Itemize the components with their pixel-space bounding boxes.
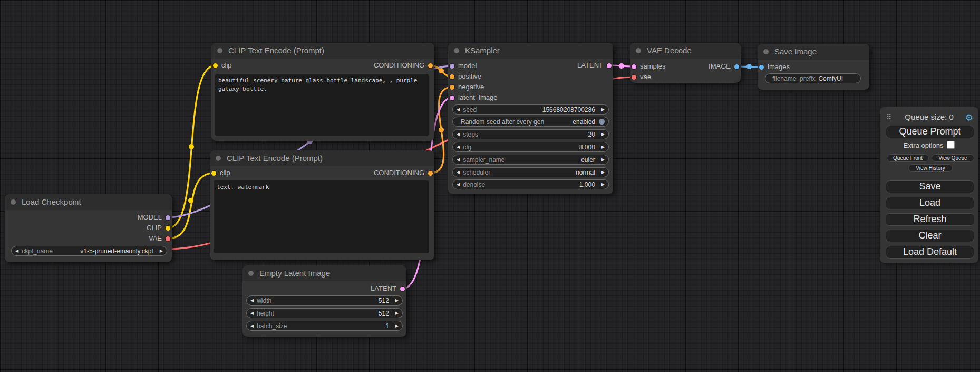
arrow-right-icon[interactable]: ▶ bbox=[395, 324, 399, 328]
sampler-name-widget[interactable]: ◀ sampler_name euler ▶ bbox=[452, 155, 609, 165]
arrow-right-icon[interactable]: ▶ bbox=[601, 145, 605, 149]
input-slot-negative: negative bbox=[448, 82, 613, 92]
arrow-left-icon[interactable]: ◀ bbox=[457, 145, 460, 149]
prompt-textarea[interactable]: text, watermark bbox=[214, 180, 429, 253]
random-seed-toggle-widget[interactable]: Random seed after every gen enabled bbox=[452, 117, 609, 127]
images-input-port[interactable] bbox=[759, 65, 764, 70]
output-slot-vae: VAE bbox=[5, 233, 172, 244]
height-widget[interactable]: ◀ height 512 ▶ bbox=[246, 308, 403, 318]
positive-input-port[interactable] bbox=[450, 74, 454, 79]
clip-output-port[interactable] bbox=[166, 226, 170, 231]
negative-input-port[interactable] bbox=[450, 85, 454, 90]
output-slot-model: MODEL bbox=[5, 212, 172, 223]
width-widget[interactable]: ◀ width 512 ▶ bbox=[246, 295, 403, 306]
batch-size-widget[interactable]: ◀ batch_size 1 ▶ bbox=[246, 321, 403, 331]
workflow-canvas[interactable]: Load Checkpoint MODEL CLIP VAE ◀ ckpt_na… bbox=[0, 0, 980, 372]
load-default-button[interactable]: Load Default bbox=[886, 246, 974, 259]
output-slot-image: IMAGE bbox=[630, 61, 741, 72]
node-title-bar[interactable]: Empty Latent Image bbox=[242, 265, 406, 281]
arrow-left-icon[interactable]: ◀ bbox=[250, 299, 254, 303]
latent-output-port[interactable] bbox=[400, 287, 405, 291]
arrow-left-icon[interactable]: ◀ bbox=[457, 158, 460, 162]
arrow-right-icon[interactable]: ▶ bbox=[601, 183, 605, 187]
node-save-image[interactable]: Save Image images filename_prefix ComfyU… bbox=[758, 44, 869, 90]
node-title-bar[interactable]: KSampler bbox=[448, 43, 613, 59]
arrow-right-icon[interactable]: ▶ bbox=[395, 311, 399, 316]
collapse-dot-icon[interactable] bbox=[217, 48, 222, 53]
node-clip-text-encode-negative[interactable]: CLIP Text Encode (Prompt) clip CONDITION… bbox=[210, 150, 434, 260]
link-dot bbox=[439, 68, 444, 73]
node-title: VAE Decode bbox=[647, 43, 692, 59]
collapse-dot-icon[interactable] bbox=[763, 49, 769, 54]
arrow-right-icon[interactable]: ▶ bbox=[395, 299, 399, 303]
arrow-right-icon[interactable]: ▶ bbox=[601, 108, 605, 112]
conditioning-output-port[interactable] bbox=[428, 63, 433, 68]
link-dot bbox=[619, 63, 624, 69]
arrow-right-icon[interactable]: ▶ bbox=[601, 170, 605, 175]
arrow-right-icon[interactable]: ▶ bbox=[601, 132, 605, 137]
latent-image-input-port[interactable] bbox=[450, 96, 454, 100]
node-ksampler[interactable]: KSampler model positive negative latent_… bbox=[448, 43, 613, 194]
image-output-port[interactable] bbox=[734, 64, 739, 69]
scheduler-widget[interactable]: ◀ scheduler normal ▶ bbox=[452, 167, 609, 177]
queue-prompt-button[interactable]: Queue Prompt bbox=[886, 126, 974, 138]
wire-clip-to-negative-prompt bbox=[168, 173, 214, 239]
view-queue-button[interactable]: View Queue bbox=[932, 154, 974, 162]
vae-output-port[interactable] bbox=[166, 236, 170, 241]
queue-front-button[interactable]: Queue Front bbox=[887, 154, 929, 162]
arrow-left-icon[interactable]: ◀ bbox=[250, 324, 254, 328]
node-title-bar[interactable]: VAE Decode bbox=[630, 43, 741, 59]
load-button[interactable]: Load bbox=[886, 197, 974, 209]
collapse-dot-icon[interactable] bbox=[636, 48, 641, 53]
node-title-bar[interactable]: Load Checkpoint bbox=[5, 194, 172, 210]
node-title-bar[interactable]: CLIP Text Encode (Prompt) bbox=[211, 43, 434, 59]
collapse-dot-icon[interactable] bbox=[454, 48, 459, 53]
node-empty-latent-image[interactable]: Empty Latent Image LATENT ◀ width 512 ▶ … bbox=[242, 265, 406, 337]
toggle-on-icon[interactable] bbox=[599, 119, 605, 125]
denoise-widget[interactable]: ◀ denoise 1.000 ▶ bbox=[452, 179, 609, 189]
node-vae-decode[interactable]: VAE Decode samples vae IMAGE bbox=[630, 43, 741, 83]
arrow-left-icon[interactable]: ◀ bbox=[250, 311, 254, 316]
node-title: Empty Latent Image bbox=[259, 265, 330, 281]
conditioning-output-port[interactable] bbox=[428, 171, 433, 176]
link-dot bbox=[439, 127, 444, 132]
view-history-button[interactable]: View History bbox=[908, 164, 953, 172]
filename-prefix-widget[interactable]: filename_prefix ComfyUI bbox=[765, 73, 861, 83]
refresh-button[interactable]: Refresh bbox=[886, 213, 974, 226]
collapse-dot-icon[interactable] bbox=[216, 156, 221, 161]
queue-panel: ⠿ Queue size: 0 ⚙ Queue Prompt Extra opt… bbox=[880, 107, 978, 263]
link-dot bbox=[189, 144, 194, 149]
queue-panel-header: ⠿ Queue size: 0 ⚙ bbox=[880, 112, 978, 123]
arrow-left-icon[interactable]: ◀ bbox=[457, 132, 460, 137]
link-dot bbox=[746, 64, 752, 69]
node-title: CLIP Text Encode (Prompt) bbox=[227, 150, 323, 166]
node-load-checkpoint[interactable]: Load Checkpoint MODEL CLIP VAE ◀ ckpt_na… bbox=[5, 194, 172, 262]
output-slot-clip: CLIP bbox=[5, 223, 172, 233]
arrow-right-icon[interactable]: ▶ bbox=[160, 249, 163, 253]
model-output-port[interactable] bbox=[166, 215, 170, 220]
arrow-left-icon[interactable]: ◀ bbox=[457, 170, 460, 175]
steps-widget[interactable]: ◀ steps 20 ▶ bbox=[452, 129, 609, 139]
node-title-bar[interactable]: Save Image bbox=[758, 44, 869, 60]
ckpt-name-widget[interactable]: ◀ ckpt_name v1-5-pruned-emaonly.ckpt ▶ bbox=[11, 246, 167, 256]
settings-gear-icon[interactable]: ⚙ bbox=[965, 112, 973, 123]
collapse-dot-icon[interactable] bbox=[11, 199, 16, 205]
node-clip-text-encode-positive[interactable]: CLIP Text Encode (Prompt) clip CONDITION… bbox=[211, 43, 434, 141]
collapse-dot-icon[interactable] bbox=[248, 271, 254, 276]
save-button[interactable]: Save bbox=[886, 180, 974, 193]
arrow-left-icon[interactable]: ◀ bbox=[457, 183, 460, 187]
vae-input-port[interactable] bbox=[632, 75, 636, 80]
arrow-left-icon[interactable]: ◀ bbox=[457, 108, 460, 112]
node-title: CLIP Text Encode (Prompt) bbox=[228, 43, 324, 59]
cfg-widget[interactable]: ◀ cfg 8.000 ▶ bbox=[452, 142, 609, 152]
extra-options-checkbox[interactable] bbox=[947, 141, 955, 149]
output-slot-latent: LATENT bbox=[242, 283, 406, 294]
drag-handle-icon[interactable]: ⠿ bbox=[886, 113, 891, 121]
arrow-left-icon[interactable]: ◀ bbox=[15, 249, 18, 253]
arrow-right-icon[interactable]: ▶ bbox=[601, 158, 605, 162]
latent-output-port[interactable] bbox=[607, 63, 612, 68]
clear-button[interactable]: Clear bbox=[886, 230, 974, 242]
seed-widget[interactable]: ◀ seed 156680208700286 ▶ bbox=[452, 104, 609, 115]
prompt-textarea[interactable]: beautiful scenery nature glass bottle la… bbox=[215, 74, 429, 136]
node-title-bar[interactable]: CLIP Text Encode (Prompt) bbox=[210, 150, 434, 166]
